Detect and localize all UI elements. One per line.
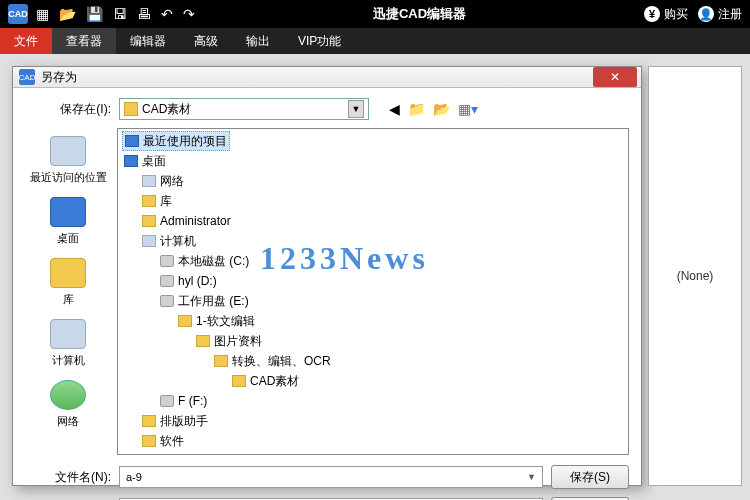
places-bar: 最近访问的位置 桌面 库 计算机 网络 <box>25 128 111 455</box>
close-button[interactable]: ✕ <box>593 67 637 87</box>
menu-bar: 文件 查看器 编辑器 高级 输出 VIP功能 <box>0 28 750 54</box>
place-desktop-label: 桌面 <box>57 231 79 246</box>
chevron-down-icon[interactable]: ▼ <box>527 472 536 482</box>
preview-none: (None) <box>677 269 714 283</box>
register-button[interactable]: 👤 注册 <box>698 6 742 23</box>
place-desktop[interactable]: 桌面 <box>46 193 90 250</box>
nav-new-folder-icon[interactable]: 📂 <box>433 101 450 117</box>
tree-folder-cad[interactable]: CAD素材 <box>230 372 301 390</box>
menu-output[interactable]: 输出 <box>232 28 284 54</box>
buy-label: 购买 <box>664 6 688 23</box>
title-bar: CAD ▦ 📂 💾 🖫 🖶 ↶ ↷ 迅捷CAD编辑器 ¥ 购买 👤 注册 <box>0 0 750 28</box>
menu-vip[interactable]: VIP功能 <box>284 28 355 54</box>
buy-button[interactable]: ¥ 购买 <box>644 6 688 23</box>
place-network-label: 网络 <box>57 414 79 429</box>
tree-drive-e[interactable]: 工作用盘 (E:) <box>158 292 251 310</box>
tree-desktop[interactable]: 桌面 <box>122 152 168 170</box>
nav-up-icon[interactable]: 📁 <box>408 101 425 117</box>
dialog-title: 另存为 <box>41 69 77 86</box>
folder-tree[interactable]: 最近使用的项目 桌面 网络 库 Administrator 计算机 本地磁盘 (… <box>117 128 629 455</box>
place-recent[interactable]: 最近访问的位置 <box>26 132 111 189</box>
tree-computer[interactable]: 计算机 <box>140 232 198 250</box>
tree-folder-layout[interactable]: 排版助手 <box>140 412 210 430</box>
redo-icon[interactable]: ↷ <box>183 6 195 22</box>
tree-folder-1[interactable]: 1-软文编辑 <box>176 312 257 330</box>
place-computer-label: 计算机 <box>52 353 85 368</box>
save-as-icon[interactable]: 🖫 <box>113 6 127 22</box>
save-in-value: CAD素材 <box>142 101 191 118</box>
save-icon[interactable]: 💾 <box>86 6 103 22</box>
tree-drive-f[interactable]: F (F:) <box>158 392 209 410</box>
tree-drive-d[interactable]: hyl (D:) <box>158 272 219 290</box>
open-icon[interactable]: 📂 <box>59 6 76 22</box>
save-in-dropdown[interactable]: CAD素材 ▼ <box>119 98 369 120</box>
new-icon[interactable]: ▦ <box>36 6 49 22</box>
tree-folder-soft[interactable]: 软件 <box>140 432 186 450</box>
place-recent-label: 最近访问的位置 <box>30 170 107 185</box>
tree-folder-pics[interactable]: 图片资料 <box>194 332 264 350</box>
dialog-icon: CAD <box>19 69 35 85</box>
quick-icons: ▦ 📂 💾 🖫 🖶 ↶ ↷ <box>36 6 195 22</box>
filename-label: 文件名(N): <box>25 469 111 486</box>
place-library-label: 库 <box>63 292 74 307</box>
filename-input[interactable]: a-9▼ <box>119 466 543 488</box>
folder-icon <box>124 102 138 116</box>
app-logo: CAD <box>8 4 28 24</box>
tree-library[interactable]: 库 <box>140 192 174 210</box>
preview-panel: (None) <box>648 66 742 486</box>
save-in-label: 保存在(I): <box>25 101 111 118</box>
user-icon: 👤 <box>698 6 714 22</box>
register-label: 注册 <box>718 6 742 23</box>
print-icon[interactable]: 🖶 <box>137 6 151 22</box>
menu-editor[interactable]: 编辑器 <box>116 28 180 54</box>
chevron-down-icon[interactable]: ▼ <box>348 100 364 118</box>
nav-back-icon[interactable]: ◀ <box>389 101 400 117</box>
menu-advanced[interactable]: 高级 <box>180 28 232 54</box>
tree-admin[interactable]: Administrator <box>140 212 233 230</box>
place-network[interactable]: 网络 <box>46 376 90 433</box>
tree-network[interactable]: 网络 <box>140 172 186 190</box>
place-computer[interactable]: 计算机 <box>46 315 90 372</box>
tree-drive-c[interactable]: 本地磁盘 (C:) <box>158 252 251 270</box>
nav-view-icon[interactable]: ▦▾ <box>458 101 478 117</box>
app-title: 迅捷CAD编辑器 <box>195 5 644 23</box>
currency-icon: ¥ <box>644 6 660 22</box>
place-library[interactable]: 库 <box>46 254 90 311</box>
tree-recent[interactable]: 最近使用的项目 <box>122 131 230 151</box>
save-as-dialog: CAD 另存为 ✕ 保存在(I): CAD素材 ▼ ◀ 📁 📂 ▦▾ 最近访问的… <box>12 66 642 486</box>
menu-viewer[interactable]: 查看器 <box>52 28 116 54</box>
undo-icon[interactable]: ↶ <box>161 6 173 22</box>
tree-folder-ocr[interactable]: 转换、编辑、OCR <box>212 352 333 370</box>
save-button[interactable]: 保存(S) <box>551 465 629 489</box>
menu-file[interactable]: 文件 <box>0 28 52 54</box>
dialog-titlebar: CAD 另存为 ✕ <box>13 67 641 88</box>
